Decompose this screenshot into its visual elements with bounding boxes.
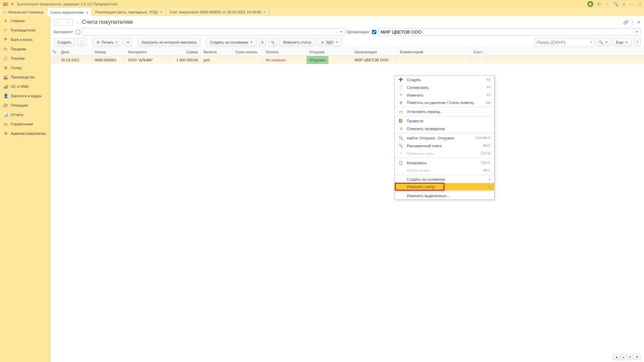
column-currency[interactable]: Валюта (201, 48, 233, 56)
chevron-down-icon[interactable]: ▼ (634, 30, 640, 34)
sidebar-item-operations[interactable]: ДтОперации (0, 101, 50, 110)
help-button[interactable]: ? (634, 38, 641, 46)
partner-filter-checkbox[interactable] (76, 30, 80, 34)
load-shop-button[interactable]: Загрузить из интернет-магазина (138, 38, 200, 46)
search-icon[interactable]: 🔍 (613, 2, 619, 7)
column-comment[interactable]: Комментарий (397, 48, 471, 56)
change-status-button[interactable]: Изменить статус (279, 38, 315, 46)
sidebar-item-catalogs[interactable]: 🗂Справочники (0, 119, 50, 129)
context-menu-item[interactable]: Изменить выделенные... (395, 192, 494, 199)
context-menu-item[interactable]: 🔍Расширенный поискAlt+F (395, 142, 494, 149)
context-menu-item[interactable]: Изменить статус (395, 183, 494, 190)
restore-icon[interactable]: ◻ (638, 2, 641, 7)
edo-button[interactable]: ≣ЭДО▼ (317, 38, 342, 46)
page-title: Счета покупателям (82, 19, 133, 25)
org-combo[interactable]: ▼ (378, 28, 641, 36)
cart-icon: 🛒 (3, 56, 8, 61)
sidebar-item-reports[interactable]: 📊Отчеты (0, 110, 50, 119)
sidebar-item-admin[interactable]: ⚙Администрирование (0, 129, 50, 138)
minimize-icon[interactable]: — (629, 2, 634, 7)
sidebar-item-hr[interactable]: 👤Зарплата и кадры (0, 91, 50, 101)
copy-doc-button[interactable]: 📄 (77, 38, 87, 46)
context-menu-item[interactable]: 🔍Найти: Отгрузка - ОтгруженCtrl+Alt+F (395, 134, 494, 142)
back-button[interactable]: ← (54, 19, 63, 25)
search-box[interactable]: ✕ (534, 38, 594, 46)
forward-button[interactable]: → (64, 19, 73, 25)
close-icon[interactable]: ✕ (263, 10, 266, 14)
column-shipment[interactable]: Отгрузка (307, 48, 352, 56)
context-menu-item[interactable]: 📋КопироватьCtrl+C (395, 159, 494, 167)
context-menu-item[interactable]: Создать на основании (395, 176, 494, 183)
print-button[interactable]: 🖶Печать▼ (93, 38, 122, 46)
column-state[interactable]: Сост... (471, 48, 486, 56)
sidebar-item-production[interactable]: 🏭Производство (0, 72, 50, 82)
sidebar-item-purchases[interactable]: 🛒Покупки (0, 54, 50, 63)
menu-item-icon: ✎ (398, 93, 404, 97)
partner-combo[interactable]: ▼ (82, 28, 344, 36)
column-attachment[interactable]: 📎 (50, 48, 58, 56)
menu-item-shortcut: F9 (487, 85, 491, 89)
sidebar-item-warehouse[interactable]: ≣Склад (0, 63, 50, 72)
context-menu-item[interactable]: ⊘Отменить проведение (395, 125, 494, 132)
context-menu-item[interactable]: 📄СкопироватьF9 (395, 83, 494, 91)
column-sum[interactable]: Сумма (171, 48, 201, 56)
org-filter-checkbox[interactable] (372, 30, 376, 34)
kebab-icon[interactable]: ⋮ (631, 20, 635, 25)
menu-item-label: Копировать (407, 161, 478, 165)
column-due[interactable]: Срок оплаты (233, 48, 263, 56)
org-input[interactable] (379, 28, 634, 35)
context-menu-item[interactable]: 📗Провести (395, 117, 494, 125)
sidebar-item-assets[interactable]: 🚚ОС и НМА (0, 82, 50, 91)
history-icon[interactable]: ↻ (597, 2, 601, 7)
nav-top-button[interactable]: ▲ (613, 354, 620, 360)
create-based-button[interactable]: Создать на основании▼ (206, 38, 257, 46)
star-icon[interactable]: ☆ (605, 2, 609, 7)
column-partner[interactable]: Контрагент (125, 48, 171, 56)
tab-realization[interactable]: Реализация (акты, накладные, УПД)✕ (92, 8, 166, 16)
menu-item-label: Изменить (407, 93, 483, 97)
create-button[interactable]: Создать (54, 38, 75, 46)
attach-button[interactable]: 📎 (268, 38, 277, 46)
close-icon[interactable]: ✕ (160, 10, 162, 14)
column-number[interactable]: Номер (92, 48, 125, 56)
mail-button[interactable]: ✉ (124, 38, 132, 46)
search-options-button[interactable]: 🔍▼ (596, 38, 610, 46)
sidebar-item-main[interactable]: ≡Главное (0, 16, 50, 25)
column-date[interactable]: Дата↓ (58, 48, 92, 56)
partner-input[interactable] (83, 28, 337, 35)
hamburger-icon[interactable]: ≡ (11, 1, 14, 7)
chevron-down-icon[interactable]: ▼ (337, 30, 344, 34)
table-row[interactable]: 📄 25.03.2021 0000-000001 ООО "АЛЬФА" 1 0… (50, 56, 644, 64)
context-menu-item[interactable]: 🗑Пометить на удаление / Снять пометкуDel (395, 99, 494, 106)
context-menu-item[interactable]: (•)Установить период... (395, 108, 494, 115)
menu-item-icon: 📗 (398, 119, 404, 123)
paperclip-icon: 📎 (52, 50, 57, 54)
sidebar-item-manager[interactable]: ✓Руководителю (0, 25, 50, 35)
sidebar-item-sales[interactable]: 🗀Продажи (0, 44, 50, 54)
sidebar-item-bank[interactable]: ₱Банк и касса (0, 35, 50, 44)
more-button[interactable]: Еще▼ (612, 38, 632, 46)
close-icon[interactable]: ✕ (86, 11, 88, 14)
related-button[interactable]: ⧉ (259, 38, 266, 46)
page-header: ← → ☆ Счета покупателям 🔗 ⋮ ✕ (50, 16, 644, 27)
clear-icon[interactable]: ✕ (588, 40, 594, 45)
context-menu-item[interactable]: ➕СоздатьIns (395, 76, 494, 83)
menu-item-icon: 📄 (398, 85, 404, 89)
tab-bar: Начальная страница Счета покупателям✕ Ре… (0, 8, 644, 16)
context-menu-item[interactable]: ✎ИзменитьF2 (395, 91, 494, 99)
tab-invoices[interactable]: Счета покупателям✕ (47, 8, 92, 16)
nav-up-button[interactable]: ▴ (621, 354, 627, 360)
nav-down-button[interactable]: ▾ (627, 354, 633, 360)
bell-icon[interactable]: 🔔 (587, 1, 593, 7)
column-org[interactable]: Организация (352, 48, 397, 56)
nav-bottom-button[interactable]: ▼ (634, 354, 641, 360)
close-page-icon[interactable]: ✕ (637, 20, 641, 25)
column-payment[interactable]: Оплата (263, 48, 307, 56)
favorite-icon[interactable]: ☆ (75, 19, 80, 25)
tab-home[interactable]: Начальная страница (0, 8, 47, 16)
settings-icon[interactable]: ≡ (623, 2, 625, 7)
search-input[interactable] (535, 40, 588, 45)
link-icon[interactable]: 🔗 (623, 20, 629, 25)
tab-invoice-doc[interactable]: Счет покупателю 0000-000001 от 25.03.202… (166, 8, 269, 16)
menu-item-label: Отменить поиск (407, 152, 478, 156)
